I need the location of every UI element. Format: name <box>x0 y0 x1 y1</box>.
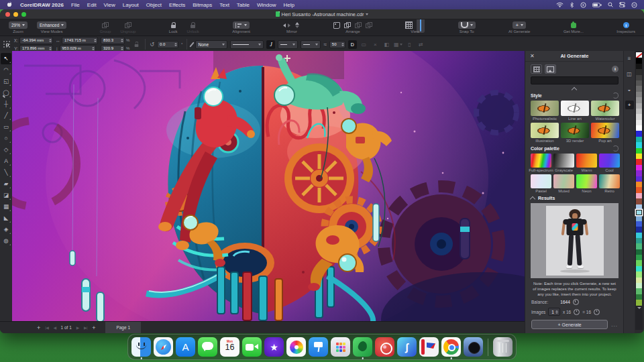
last-page-button[interactable]: ▶| <box>84 325 87 330</box>
alignment-dropdown[interactable] <box>233 21 250 29</box>
interactive-fill-tool[interactable]: ◍ <box>1 235 11 247</box>
palette-option-grayscale[interactable]: Grayscale <box>553 154 574 172</box>
doc-color-swatch[interactable] <box>636 148 642 154</box>
end-arrowhead-dropdown[interactable] <box>301 40 321 49</box>
title-chevron-icon[interactable] <box>366 13 368 15</box>
doc-color-swatch[interactable] <box>636 92 642 97</box>
dock-photos[interactable] <box>286 337 306 357</box>
scale-lock-button[interactable] <box>132 40 141 49</box>
mirror-vertical-button[interactable] <box>294 22 300 28</box>
doc-color-swatch[interactable] <box>636 300 642 305</box>
doc-color-swatch[interactable] <box>636 255 642 260</box>
rectangle-tool[interactable]: ▭ <box>1 121 11 133</box>
palette-option-muted[interactable]: Muted <box>553 174 574 193</box>
style-option-pop-art[interactable]: Pop art <box>591 123 619 143</box>
dock-trash[interactable] <box>493 337 513 357</box>
smoothing-value-input[interactable]: 50 <box>329 41 345 48</box>
doc-color-swatch[interactable] <box>636 266 642 272</box>
palette-option-neon[interactable]: Neon <box>576 174 597 193</box>
menu-item-layout[interactable]: Layout <box>123 2 139 8</box>
fill-tool[interactable]: ◈ <box>1 224 11 235</box>
arrange-order-button[interactable] <box>333 22 340 29</box>
doc-color-swatch[interactable] <box>636 288 642 294</box>
shape-tool[interactable]: ◠ <box>1 64 11 76</box>
effects-inspector-icon[interactable]: ◒ <box>625 85 634 94</box>
dock-messages[interactable] <box>198 337 217 357</box>
swap-button[interactable]: ⇄ <box>417 40 425 49</box>
dock-imovie[interactable]: ★ <box>264 337 284 357</box>
arrange-front-button[interactable] <box>344 22 351 28</box>
doc-color-swatch[interactable] <box>636 109 642 114</box>
menu-item-object[interactable]: Object <box>146 2 162 8</box>
doc-color-swatch[interactable] <box>636 249 642 255</box>
close-window-button[interactable] <box>5 12 10 17</box>
ellipse-tool[interactable]: ○ <box>1 133 11 144</box>
freehand-smoothing-button[interactable]: J <box>266 40 275 49</box>
doc-color-swatch[interactable] <box>636 131 642 136</box>
get-more-icon[interactable] <box>571 23 576 28</box>
crop-tool[interactable]: ◱ <box>1 76 11 87</box>
doc-color-swatch[interactable] <box>636 198 642 204</box>
doc-color-swatch[interactable] <box>636 243 642 249</box>
add-page-button-right[interactable]: + <box>92 324 95 331</box>
doc-color-swatch[interactable] <box>636 142 642 147</box>
doc-color-swatch[interactable] <box>636 176 642 182</box>
doc-color-swatch[interactable] <box>636 170 642 176</box>
generate-button[interactable]: + Generate <box>531 320 608 329</box>
palette-option-warm[interactable]: Warm <box>576 154 597 172</box>
page-tab[interactable]: Page 1 <box>105 322 141 333</box>
line-tool[interactable]: ╲ <box>1 167 11 178</box>
panel-close-icon[interactable]: ✕ <box>530 53 537 59</box>
outline-width-dropdown[interactable]: None <box>195 40 227 49</box>
doc-color-swatch[interactable] <box>636 159 642 164</box>
doc-color-swatch[interactable] <box>636 278 642 283</box>
menu-item-window[interactable]: Window <box>257 2 276 8</box>
doc-color-swatch[interactable] <box>636 272 642 277</box>
unlock-button[interactable]: Unlock <box>182 19 204 36</box>
menu-item-view[interactable]: View <box>104 2 115 8</box>
zoom-window-button[interactable] <box>21 12 26 17</box>
style-option-watercolor[interactable]: Watercolor <box>591 101 619 121</box>
balance-history-icon[interactable] <box>573 299 579 305</box>
collapse-prompt-icon[interactable] <box>572 86 577 91</box>
battery-icon[interactable] <box>592 3 602 7</box>
grid-view-button[interactable] <box>405 21 413 29</box>
inspectors-icon[interactable]: i <box>623 22 629 28</box>
menu-item-file[interactable]: File <box>71 2 80 8</box>
panel-options-button[interactable]: ... <box>611 322 618 328</box>
doc-color-swatch[interactable] <box>636 233 642 238</box>
view-modes-dropdown[interactable]: Enhanced <box>37 21 66 29</box>
image-to-image-mode-button[interactable] <box>545 64 556 74</box>
doc-color-swatch[interactable] <box>636 103 642 109</box>
text-tool[interactable]: A <box>1 156 11 167</box>
doc-color-swatch[interactable] <box>636 260 642 265</box>
control-center-icon[interactable] <box>619 2 625 7</box>
screen-mirroring-icon[interactable] <box>580 2 586 8</box>
palette-more-icon[interactable] <box>637 307 641 309</box>
result-image[interactable] <box>546 206 604 276</box>
palette-option-full-spectrum[interactable]: Full-spectrum <box>531 154 551 172</box>
previous-page-button[interactable]: ◀ <box>53 325 56 330</box>
dock-keynote[interactable] <box>309 337 328 357</box>
menu-item-effects[interactable]: Effects <box>169 2 185 8</box>
dock-safari[interactable] <box>154 337 173 357</box>
doc-color-swatch[interactable] <box>636 64 642 69</box>
doc-color-swatch[interactable] <box>636 52 642 58</box>
dock-launchpad[interactable] <box>331 337 350 357</box>
mirror-horizontal-button[interactable] <box>283 23 290 28</box>
wrap-text-button[interactable]: ▭ <box>360 40 368 49</box>
doc-color-swatch[interactable] <box>636 58 642 63</box>
doc-color-swatch[interactable] <box>636 215 642 221</box>
connector-tool[interactable]: ┼ <box>1 99 11 110</box>
line-style-dropdown[interactable] <box>230 40 264 49</box>
menu-item-table[interactable]: Table <box>237 2 250 8</box>
effects-dropdown-button[interactable]: ▦ <box>394 40 402 49</box>
doc-color-swatch[interactable] <box>636 210 642 215</box>
doc-color-swatch[interactable] <box>636 221 642 227</box>
zoom-level-dropdown[interactable]: 29% <box>9 21 28 29</box>
doc-color-swatch[interactable] <box>636 294 642 300</box>
properties-inspector-icon[interactable]: ≡ <box>625 54 634 63</box>
dock-facetime[interactable] <box>242 337 262 357</box>
zoom-tool[interactable]: ◯ <box>1 87 11 99</box>
doc-color-swatch[interactable] <box>636 227 642 232</box>
